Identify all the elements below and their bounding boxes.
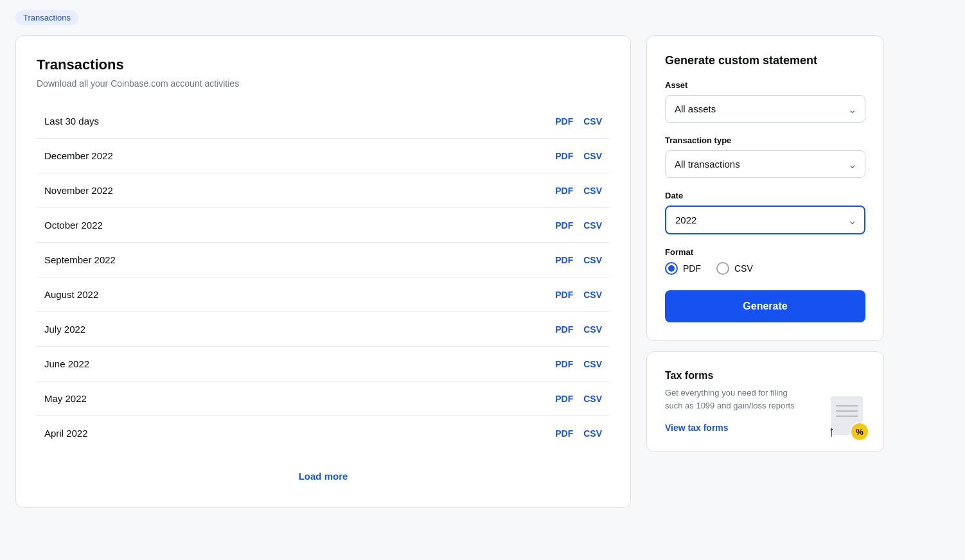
row-links-4: PDF CSV [555, 255, 602, 265]
transaction-type-label: Transaction type [665, 136, 865, 145]
percent-badge: % [850, 422, 869, 441]
main-layout: Transactions Download all your Coinbase.… [0, 35, 899, 523]
csv-link-3[interactable]: CSV [583, 220, 602, 231]
table-row: November 2022 PDF CSV [37, 173, 610, 208]
load-more-button[interactable]: Load more [37, 466, 610, 487]
top-nav: Transactions [0, 0, 965, 35]
csv-link-0[interactable]: CSV [583, 116, 602, 127]
pdf-link-0[interactable]: PDF [555, 116, 573, 127]
row-links-0: PDF CSV [555, 116, 602, 127]
csv-link-2[interactable]: CSV [583, 186, 602, 196]
row-label-3: October 2022 [44, 220, 103, 231]
format-options: PDF CSV [665, 262, 865, 275]
asset-label: Asset [665, 80, 865, 90]
csv-link-1[interactable]: CSV [583, 151, 602, 161]
table-row: October 2022 PDF CSV [37, 208, 610, 243]
row-label-8: May 2022 [44, 393, 87, 404]
csv-link-4[interactable]: CSV [583, 255, 602, 265]
csv-link-8[interactable]: CSV [583, 394, 602, 404]
view-tax-forms-link[interactable]: View tax forms [665, 423, 729, 433]
date-select[interactable]: 2022 2021 2020 [665, 206, 865, 234]
row-label-6: July 2022 [44, 324, 85, 335]
breadcrumb[interactable]: Transactions [15, 10, 78, 25]
csv-link-9[interactable]: CSV [583, 428, 602, 439]
table-row: June 2022 PDF CSV [37, 347, 610, 381]
row-links-7: PDF CSV [555, 359, 602, 369]
date-select-wrapper: 2022 2021 2020 ⌄ [665, 206, 865, 234]
pdf-link-4[interactable]: PDF [555, 255, 573, 265]
tax-illustration: ↑ % [826, 396, 871, 441]
pdf-link-8[interactable]: PDF [555, 394, 573, 404]
pdf-link-1[interactable]: PDF [555, 151, 573, 161]
pdf-label: PDF [683, 263, 701, 274]
pdf-link-3[interactable]: PDF [555, 220, 573, 231]
row-label-7: June 2022 [44, 358, 89, 369]
row-links-2: PDF CSV [555, 186, 602, 196]
pdf-link-2[interactable]: PDF [555, 186, 573, 196]
row-label-9: April 2022 [44, 428, 88, 439]
table-row: August 2022 PDF CSV [37, 277, 610, 312]
tax-forms-card: Tax forms Get everything you need for fi… [646, 351, 884, 452]
pdf-link-7[interactable]: PDF [555, 359, 573, 369]
csv-link-5[interactable]: CSV [583, 290, 602, 300]
row-label-1: December 2022 [44, 150, 113, 161]
asset-select[interactable]: All assets [665, 95, 865, 123]
pdf-link-5[interactable]: PDF [555, 290, 573, 300]
table-row: Last 30 days PDF CSV [37, 104, 610, 139]
asset-select-wrapper: All assets ⌄ [665, 95, 865, 123]
csv-link-6[interactable]: CSV [583, 324, 602, 335]
table-row: April 2022 PDF CSV [37, 416, 610, 450]
page-title: Transactions [37, 57, 610, 73]
csv-label: CSV [734, 263, 753, 274]
format-csv-option[interactable]: CSV [716, 262, 753, 275]
tax-forms-title: Tax forms [665, 370, 865, 381]
row-label-4: September 2022 [44, 254, 116, 265]
row-links-9: PDF CSV [555, 428, 602, 439]
row-links-8: PDF CSV [555, 394, 602, 404]
row-links-3: PDF CSV [555, 220, 602, 231]
transaction-type-select[interactable]: All transactions [665, 150, 865, 178]
row-links-1: PDF CSV [555, 151, 602, 161]
table-row: July 2022 PDF CSV [37, 312, 610, 347]
transactions-panel: Transactions Download all your Coinbase.… [15, 35, 631, 508]
row-links-5: PDF CSV [555, 290, 602, 300]
csv-link-7[interactable]: CSV [583, 359, 602, 369]
csv-radio[interactable] [716, 262, 729, 275]
table-row: May 2022 PDF CSV [37, 381, 610, 416]
table-row: September 2022 PDF CSV [37, 243, 610, 277]
row-label-0: Last 30 days [44, 116, 99, 127]
format-pdf-option[interactable]: PDF [665, 262, 701, 275]
row-label-5: August 2022 [44, 289, 98, 300]
row-label-2: November 2022 [44, 185, 113, 196]
row-links-6: PDF CSV [555, 324, 602, 335]
custom-statement-card: Generate custom statement Asset All asse… [646, 35, 884, 341]
pdf-link-6[interactable]: PDF [555, 324, 573, 335]
transactions-list: Last 30 days PDF CSV December 2022 PDF C… [37, 104, 610, 450]
date-label: Date [665, 191, 865, 200]
generate-button[interactable]: Generate [665, 290, 865, 322]
table-row: December 2022 PDF CSV [37, 139, 610, 173]
transaction-type-select-wrapper: All transactions ⌄ [665, 150, 865, 178]
format-label: Format [665, 247, 865, 257]
right-column: Generate custom statement Asset All asse… [646, 35, 884, 508]
pdf-link-9[interactable]: PDF [555, 428, 573, 439]
arrow-up-icon: ↑ [828, 423, 835, 440]
page-subtitle: Download all your Coinbase.com account a… [37, 78, 610, 89]
tax-forms-description: Get everything you need for filing such … [665, 387, 806, 412]
pdf-radio[interactable] [665, 262, 678, 275]
custom-statement-title: Generate custom statement [665, 54, 865, 67]
